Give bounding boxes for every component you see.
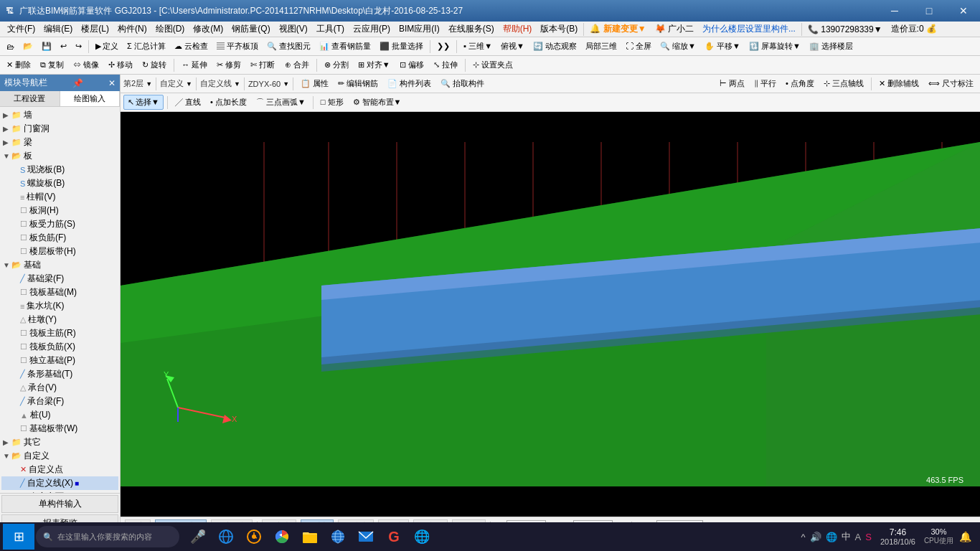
menu-online[interactable]: 在线服务(S) (444, 22, 499, 37)
task-app-cortana[interactable]: 🎤 (185, 524, 211, 550)
stretch-button[interactable]: ⤡ 拉伸 (430, 58, 461, 72)
find-element-button[interactable]: 🔍 查找图元 (263, 39, 314, 53)
more-button[interactable]: ❯❯ (433, 40, 453, 52)
split-button[interactable]: ⊗ 分割 (321, 58, 352, 72)
mirror-button[interactable]: ⇔ 镜像 (70, 58, 103, 72)
top-view-button[interactable]: 俯视▼ (497, 39, 528, 53)
tree-item-kuanbanjichuM[interactable]: ▶ ☐ 筏板基础(M) (1, 286, 118, 299)
menu-version[interactable]: 版本号(B) (536, 22, 582, 37)
tree-item-chengtai[interactable]: ▶ △ 承台(V) (1, 381, 118, 395)
menu-draw[interactable]: 绘图(D) (151, 22, 189, 37)
nav-close-icon[interactable]: ✕ (108, 78, 116, 88)
summary-button[interactable]: Σ 汇总计算 (123, 39, 169, 53)
task-app-ie[interactable] (213, 524, 239, 550)
tree-item-zidingyi[interactable]: ▼ 📂 自定义 (1, 449, 118, 463)
tree-item-jichupaidai[interactable]: ▶ ☐ 基础板带(W) (1, 422, 118, 435)
tree-item-chengtailiang[interactable]: ▶ ╱ 承台梁(F) (1, 395, 118, 408)
trim-button[interactable]: ✂ 修剪 (213, 58, 245, 72)
redo-button[interactable]: ↪ (72, 40, 85, 52)
tree-item-zidingyi-xian[interactable]: ▶ ╱ 自定义线(X) ■ (1, 476, 118, 490)
menu-guangxiaoe[interactable]: 🦊 广小二 (651, 22, 698, 37)
three-point-arc-button[interactable]: ⌒ 三点画弧▼ (253, 95, 309, 109)
point-length-button[interactable]: • 点加长度 (207, 95, 250, 109)
tray-expand[interactable]: ^ (801, 532, 805, 542)
tray-security[interactable]: S (865, 532, 872, 542)
delete-aux-button[interactable]: ✕ 删除辅线 (875, 77, 923, 90)
start-button[interactable]: ⊞ (3, 524, 34, 550)
screen-rotate-button[interactable]: 🔃 屏幕旋转▼ (745, 39, 804, 53)
tray-ime-zh[interactable]: 中 (842, 530, 851, 543)
menu-help[interactable]: 帮助(H) (499, 22, 537, 37)
menu-file[interactable]: 文件(F) (3, 22, 39, 37)
tree-item-qita[interactable]: ▶ 📁 其它 (1, 435, 118, 449)
tree-item-dulijijchu[interactable]: ▶ ☐ 独立基础(P) (1, 354, 118, 367)
tree-item-banhong[interactable]: ▶ ☐ 板洞(H) (1, 204, 118, 217)
move-button[interactable]: ✢ 移动 (105, 58, 136, 72)
maximize-button[interactable]: □ (913, 0, 946, 22)
tray-network[interactable]: 🌐 (826, 532, 837, 542)
break-button[interactable]: ✄ 打断 (247, 58, 278, 72)
tree-item-luoxuanban[interactable]: ▶ S 螺旋板(B) (1, 176, 118, 190)
offset-button[interactable]: ⊡ 偏移 (396, 58, 428, 72)
task-app-clock[interactable] (241, 524, 267, 550)
tree-item-slab[interactable]: ▼ 📂 板 (1, 149, 118, 163)
tree-item-banshouli[interactable]: ▶ ☐ 板受力筋(S) (1, 217, 118, 231)
menu-cloud[interactable]: 云应用(P) (349, 22, 395, 37)
task-app-google[interactable]: G (381, 524, 407, 550)
rectangle-button[interactable]: □ 矩形 (317, 95, 347, 109)
menu-floor[interactable]: 楼层(L) (77, 22, 113, 37)
fullscreen-button[interactable]: ⛶ 全屏 (622, 39, 655, 53)
tree-item-zidingyi-dian[interactable]: ▶ ✕ 自定义点 (1, 463, 118, 476)
pick-component-button[interactable]: 🔍 抬取构件 (437, 77, 488, 90)
search-bar[interactable]: 🔍 在这里输入你要搜索的内容 (36, 526, 179, 547)
undo-button[interactable]: ↩ (57, 40, 70, 52)
tree-container[interactable]: ▶ 📁 墙 ▶ 📁 门窗洞 ▶ 📁 梁 ▼ 📂 板 (0, 107, 120, 493)
nav-tab-project[interactable]: 工程设置 (0, 91, 60, 106)
align-top-button[interactable]: ▤ 平齐板顶 (213, 39, 262, 53)
notification-button[interactable]: 🔔 (959, 531, 971, 542)
smart-layout-button[interactable]: ⚙ 智能布置▼ (349, 95, 405, 109)
tree-item-kubanzujin[interactable]: ▶ ☐ 筏板主筋(R) (1, 326, 118, 340)
minimize-button[interactable]: ─ (878, 0, 911, 22)
menu-view[interactable]: 视图(V) (275, 22, 312, 37)
dimension-button[interactable]: ⟺ 尺寸标注 (925, 77, 977, 90)
tree-item-zhuang[interactable]: ▶ ▲ 桩(U) (1, 408, 118, 422)
rotate-button[interactable]: ↻ 旋转 (138, 58, 170, 72)
menu-modify[interactable]: 修改(M) (189, 22, 227, 37)
tree-item-banfujin[interactable]: ▶ ☐ 板负筋(F) (1, 231, 118, 245)
line-draw-button[interactable]: ╱ 直线 (171, 95, 204, 109)
tree-item-tiaoxing[interactable]: ▶ ╱ 条形基础(T) (1, 367, 118, 381)
nav-pin-icon[interactable]: 📌 (72, 78, 83, 88)
three-point-axis-button[interactable]: ⊹ 三点轴线 (820, 77, 867, 90)
task-app-explorer[interactable] (297, 524, 323, 550)
nav-tab-draw[interactable]: 绘图输入 (60, 91, 121, 106)
menu-phone[interactable]: 📞 13907298339▼ (804, 23, 887, 36)
close-button[interactable]: ✕ (947, 0, 980, 22)
tree-item-jishui[interactable]: ▶ ≡ 集水坑(K) (1, 299, 118, 313)
task-app-extra[interactable]: 🌐 (409, 524, 435, 550)
menu-new-change[interactable]: 🔔 新建变更▼ (585, 22, 650, 37)
tree-item-door[interactable]: ▶ 📁 门窗洞 (1, 122, 118, 136)
extend-button[interactable]: ↔ 延伸 (178, 58, 211, 72)
cloud-check-button[interactable]: ☁ 云检查 (171, 39, 212, 53)
menu-coins[interactable]: 造价豆:0 💰 (887, 22, 941, 37)
set-grip-button[interactable]: ⊹ 设置夹点 (469, 58, 517, 72)
tree-item-wall[interactable]: ▶ 📁 墙 (1, 108, 118, 122)
clock[interactable]: 7:46 2018/10/6 (880, 527, 915, 546)
open-button[interactable]: 📂 (19, 40, 37, 52)
two-points-button[interactable]: ⊢ 两点 (716, 77, 748, 90)
single-component-button[interactable]: 单构件输入 (1, 495, 118, 513)
zoom-button[interactable]: 🔍 缩放▼ (656, 39, 699, 53)
menu-steel[interactable]: 钢筋量(Q) (227, 22, 274, 37)
task-app-mail[interactable] (353, 524, 379, 550)
menu-bim[interactable]: BIM应用(I) (395, 22, 444, 37)
dynamic-observe-button[interactable]: 🔄 动态观察 (529, 39, 580, 53)
menu-tools[interactable]: 工具(T) (312, 22, 349, 37)
tray-volume[interactable]: 🔊 (810, 532, 821, 542)
select-button[interactable]: ↖ 选择▼ (123, 95, 164, 110)
local-3d-button[interactable]: 局部三维 (582, 39, 621, 53)
tree-item-beam[interactable]: ▶ 📁 梁 (1, 136, 118, 149)
tree-item-kubafujin[interactable]: ▶ ☐ 筏板负筋(X) (1, 340, 118, 354)
new-button[interactable]: 🗁 (3, 41, 18, 52)
properties-button[interactable]: 📋 属性 (297, 77, 332, 90)
